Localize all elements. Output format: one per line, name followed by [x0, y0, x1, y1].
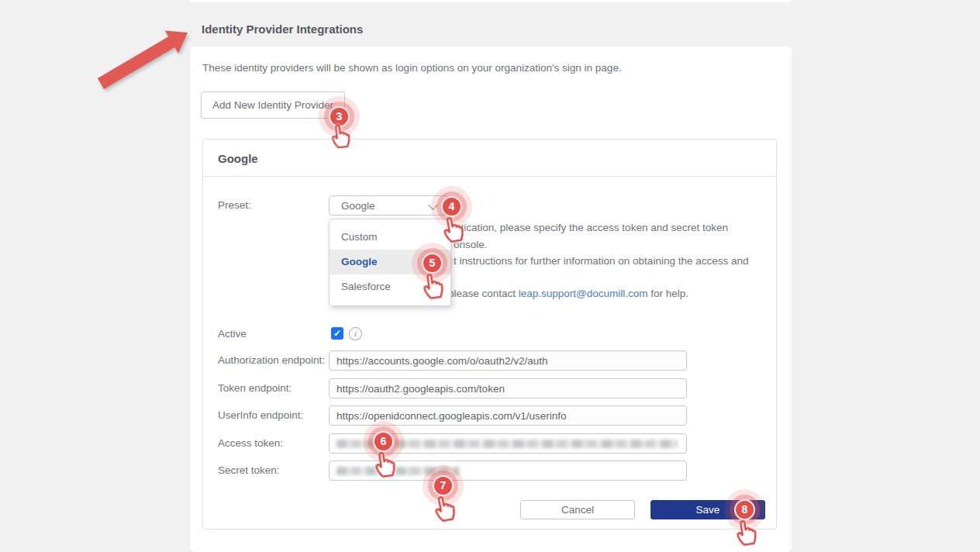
active-label: Active — [218, 328, 247, 340]
page-title: Identity Provider Integrations — [202, 22, 363, 36]
info-text-line1: ntication, please specify the access tok… — [455, 222, 728, 233]
pointer-hand-icon — [418, 267, 447, 302]
info-icon: i — [349, 327, 362, 340]
info-text-line4-prefix: please contact — [448, 288, 519, 299]
panel-title: Google — [218, 152, 258, 165]
support-email-link[interactable]: leap.support@documill.com — [519, 288, 648, 299]
token-endpoint-label: Token endpoint: — [218, 382, 292, 394]
pointer-hand-icon — [731, 514, 760, 548]
pointer-hand-icon — [370, 446, 399, 480]
active-checkbox[interactable]: ✓ — [331, 327, 343, 340]
authorization-endpoint-label: Authorization endpoint: — [218, 354, 325, 366]
preset-select-value: Google — [341, 200, 375, 212]
info-text-line3: t instructions for further information o… — [454, 255, 748, 267]
red-arrow-icon — [85, 19, 202, 97]
authorization-endpoint-input[interactable] — [329, 350, 687, 371]
token-endpoint-input[interactable] — [329, 378, 687, 398]
userinfo-endpoint-label: UserInfo endpoint: — [218, 409, 303, 421]
userinfo-endpoint-input[interactable] — [329, 405, 687, 426]
pointer-hand-icon — [430, 490, 459, 525]
previous-card-bottom-edge — [190, 0, 792, 2]
secret-token-label: Secret token: — [218, 464, 280, 476]
access-token-label: Access token: — [218, 437, 283, 449]
pointer-hand-icon — [327, 120, 354, 150]
panel-divider — [203, 176, 776, 177]
cancel-button[interactable]: Cancel — [520, 500, 635, 519]
identity-provider-card: These identity providers will be shown a… — [190, 47, 792, 552]
add-new-identity-provider-button[interactable]: Add New Identity Provider — [201, 91, 345, 119]
preset-select[interactable]: Google — [329, 195, 448, 216]
preset-option-custom[interactable]: Custom — [330, 225, 450, 250]
pointer-hand-icon — [438, 211, 468, 246]
google-provider-panel: Google Preset: Google ntication, please … — [202, 139, 777, 530]
card-description: These identity providers will be shown a… — [202, 62, 622, 74]
chevron-down-icon — [428, 200, 438, 210]
info-text-line4-suffix: for help. — [648, 288, 689, 299]
info-text-line4: please contact leap.support@documill.com… — [448, 288, 688, 299]
preset-label: Preset: — [218, 199, 251, 211]
